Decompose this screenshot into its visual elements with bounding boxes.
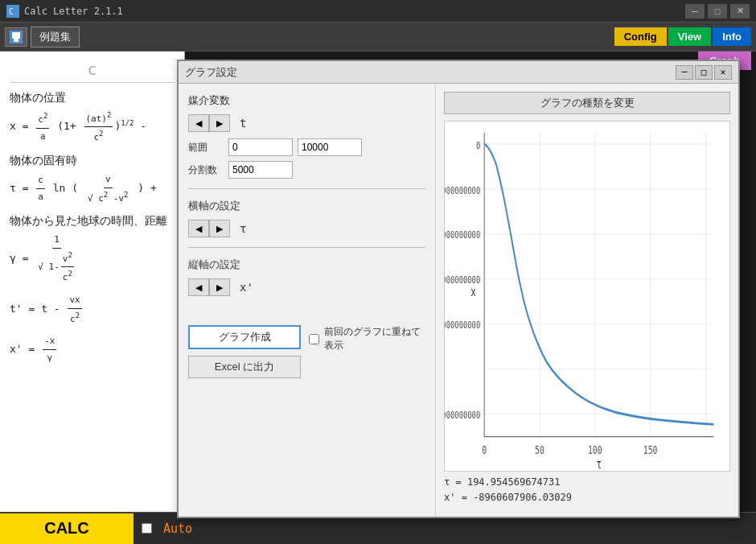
yaxis-value: x' [240, 281, 253, 294]
dialog-right-panel: グラフの種類を変更 [436, 84, 738, 517]
svg-text:-10000000000: -10000000000 [445, 410, 480, 422]
xaxis-value: τ [240, 222, 246, 235]
svg-rect-3 [12, 32, 20, 39]
tau-label: τ [444, 476, 450, 488]
graph-coordinates: τ = 194.954569674731 x' = -8960607906.03… [444, 472, 730, 509]
dialog-body: 媒介変数 ◀ ▶ t 範囲 分割数 [179, 84, 738, 517]
param-next-button[interactable]: ▶ [209, 114, 230, 132]
dialog-overlay: グラフ設定 ─ □ ✕ 媒介変数 ◀ ▶ t 範囲 [0, 52, 756, 544]
dialog-titlebar: グラフ設定 ─ □ ✕ [179, 61, 738, 84]
xaxis-nav-row: ◀ ▶ τ [188, 220, 425, 237]
dialog-close-button[interactable]: ✕ [714, 65, 732, 80]
graph-area: 0 50 100 150 0 -2000000000 -4000000000 -… [444, 121, 730, 472]
app-title: Calc Letter 2.1.1 [24, 6, 685, 17]
svg-rect-4 [14, 39, 18, 42]
svg-text:100: 100 [588, 443, 602, 456]
svg-text:50: 50 [535, 443, 544, 456]
range-label: 範囲 [188, 141, 228, 155]
svg-text:0: 0 [476, 139, 480, 151]
param-prev-button[interactable]: ◀ [188, 114, 209, 132]
yaxis-nav-row: ◀ ▶ x' [188, 278, 425, 296]
range-max-input[interactable] [298, 138, 362, 156]
svg-text:x: x [470, 285, 476, 299]
graph-settings-dialog: グラフ設定 ─ □ ✕ 媒介変数 ◀ ▶ t 範囲 [177, 60, 740, 518]
create-graph-button[interactable]: グラフ作成 [188, 325, 301, 349]
xprime-label: x' [444, 492, 455, 503]
excel-export-button[interactable]: Excel に出力 [188, 356, 301, 378]
range-min-input[interactable] [228, 138, 293, 156]
dialog-title: グラフ設定 [185, 65, 674, 80]
save-button[interactable] [5, 27, 27, 47]
view-button[interactable]: View [668, 27, 711, 46]
svg-text:τ: τ [596, 457, 602, 471]
dialog-left-panel: 媒介変数 ◀ ▶ t 範囲 分割数 [179, 84, 436, 517]
xaxis-section-title: 横軸の設定 [188, 199, 425, 213]
yaxis-next-button[interactable]: ▶ [209, 278, 230, 296]
minimize-button[interactable]: ─ [685, 4, 705, 19]
overlay-label: 前回のグラフに重ねて表示 [324, 325, 425, 352]
maximize-button[interactable]: □ [708, 4, 727, 19]
yaxis-prev-button[interactable]: ◀ [188, 278, 209, 296]
svg-text:150: 150 [643, 443, 658, 456]
xaxis-next-button[interactable]: ▶ [209, 220, 230, 237]
toolbar: 例題集 Config View Info [0, 23, 756, 52]
config-button[interactable]: Config [614, 27, 667, 46]
svg-text:-8000000000: -8000000000 [445, 319, 480, 332]
yaxis-section-title: 縦軸の設定 [188, 258, 425, 272]
close-button[interactable]: ✕ [730, 4, 750, 19]
overlay-checkbox[interactable] [309, 334, 319, 344]
xaxis-prev-button[interactable]: ◀ [188, 220, 209, 237]
svg-text:C: C [9, 7, 14, 16]
svg-text:-4000000000: -4000000000 [445, 229, 480, 241]
info-button[interactable]: Info [713, 27, 751, 46]
examples-button[interactable]: 例題集 [31, 27, 80, 47]
overlay-checkbox-row: 前回のグラフに重ねて表示 [309, 325, 425, 352]
graph-svg: 0 50 100 150 0 -2000000000 -4000000000 -… [445, 122, 729, 471]
param-value: t [240, 117, 246, 130]
svg-rect-5 [445, 122, 729, 471]
app-icon: C [6, 5, 19, 18]
param-section-title: 媒介変数 [188, 93, 425, 108]
change-graph-type-button[interactable]: グラフの種類を変更 [444, 92, 730, 114]
svg-text:-2000000000: -2000000000 [445, 184, 480, 196]
divisions-row: 分割数 [188, 161, 425, 179]
param-nav-row: ◀ ▶ t [188, 114, 425, 132]
range-row: 範囲 [188, 138, 425, 156]
divisions-label: 分割数 [188, 163, 228, 177]
dialog-maximize-button[interactable]: □ [695, 65, 713, 80]
divisions-input[interactable] [228, 161, 293, 179]
main-area: c 物体の位置 x = c2a (1+ (at)2c2)1/2 - 物体の固有時… [0, 52, 756, 544]
window-controls: ─ □ ✕ [685, 4, 750, 19]
xprime-value: -8960607906.03029 [473, 492, 572, 503]
titlebar: C Calc Letter 2.1.1 ─ □ ✕ [0, 0, 756, 23]
dialog-minimize-button[interactable]: ─ [676, 65, 693, 80]
svg-text:0: 0 [482, 443, 487, 456]
tau-value: 194.954569674731 [467, 476, 561, 488]
